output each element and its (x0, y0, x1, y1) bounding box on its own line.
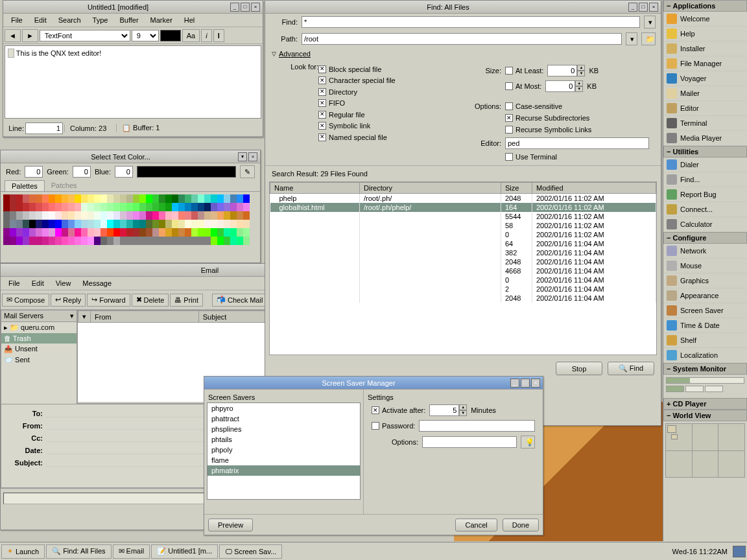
color-swatch[interactable] (139, 220, 146, 228)
color-swatch[interactable] (81, 203, 88, 211)
task-2[interactable]: 📝 Untitled1 [m... (151, 544, 218, 559)
color-swatch[interactable] (178, 220, 185, 228)
color-swatch[interactable] (185, 237, 191, 245)
color-swatch[interactable] (172, 203, 178, 211)
cancel-button[interactable]: Cancel (455, 519, 497, 531)
color-swatch[interactable] (224, 237, 230, 245)
color-swatch[interactable] (94, 211, 101, 220)
configure-header[interactable]: −Configure (663, 232, 747, 244)
next-button[interactable]: ► (22, 29, 38, 42)
color-swatch[interactable] (237, 203, 243, 211)
delete-button[interactable]: ✖ Delete (132, 294, 169, 307)
color-swatch[interactable] (62, 211, 68, 220)
color-swatch[interactable] (172, 211, 178, 220)
color-swatch[interactable] (10, 237, 16, 245)
atleast-check[interactable]: At Least: (505, 67, 543, 75)
lookfor-check[interactable]: Character special file (318, 75, 396, 86)
min-button[interactable]: _ (510, 379, 519, 388)
close-button[interactable]: × (649, 3, 658, 12)
password-check[interactable]: Password: (372, 422, 415, 430)
shelf-installer[interactable]: Installer (663, 41, 747, 56)
color-swatch[interactable] (191, 211, 198, 220)
use-terminal-check[interactable]: Use Terminal (505, 153, 557, 161)
color-swatch[interactable] (16, 211, 23, 220)
color-swatch[interactable] (113, 237, 120, 245)
color-swatch[interactable] (16, 203, 23, 211)
menu-edit[interactable]: Edit (27, 278, 49, 288)
color-swatch[interactable] (75, 203, 81, 211)
color-swatch[interactable] (237, 194, 243, 203)
hint-button[interactable]: 💡 (521, 436, 535, 449)
color-swatch[interactable] (94, 237, 101, 245)
color-swatch[interactable] (211, 203, 217, 211)
result-row[interactable]: 642002/01/16 11:04 AM (270, 239, 656, 248)
color-swatch[interactable] (204, 237, 211, 245)
color-swatch[interactable] (75, 237, 81, 245)
browse-button[interactable]: 📁 (641, 32, 656, 45)
color-swatch[interactable] (36, 228, 42, 237)
color-swatch[interactable] (10, 203, 16, 211)
print-button[interactable]: 🖶 Print (170, 294, 203, 307)
color-swatch[interactable] (81, 220, 88, 228)
color-swatch[interactable] (120, 211, 126, 220)
color-swatch[interactable] (36, 237, 42, 245)
case-sensitive-check[interactable]: Case-sensitive (505, 102, 562, 110)
shelf-terminal[interactable]: Terminal (663, 116, 747, 131)
color-swatch[interactable] (217, 237, 224, 245)
compose-button[interactable]: ✉ Compose (2, 294, 49, 307)
color-swatch[interactable] (211, 194, 217, 203)
color-swatch[interactable] (160, 30, 181, 41)
color-swatch[interactable] (3, 194, 10, 203)
color-swatch[interactable] (94, 228, 101, 237)
find-history-button[interactable]: ▾ (644, 16, 656, 29)
folder-unsent[interactable]: 📤 Unsent (1, 344, 77, 355)
col-directory[interactable]: Directory (360, 183, 501, 194)
color-swatch[interactable] (36, 211, 42, 220)
path-input[interactable] (302, 33, 622, 45)
color-swatch[interactable] (10, 194, 16, 203)
preview-button[interactable]: Preview (208, 519, 253, 531)
menu-marker[interactable]: Marker (145, 15, 178, 25)
close-button[interactable]: × (251, 3, 260, 12)
checkmail-button[interactable]: 📬 Check Mail (212, 294, 267, 307)
color-swatch[interactable] (152, 194, 159, 203)
color-swatch[interactable] (126, 203, 133, 211)
color-swatch[interactable] (94, 203, 101, 211)
color-swatch[interactable] (107, 194, 113, 203)
result-row[interactable]: 20482002/01/16 11:04 AM (270, 257, 656, 266)
result-row[interactable]: 02002/01/16 11:02 AM (270, 230, 656, 239)
tab-palettes[interactable]: Palettes (5, 180, 45, 191)
color-swatch[interactable] (88, 194, 94, 203)
color-swatch[interactable] (165, 194, 172, 203)
color-swatch[interactable] (107, 203, 113, 211)
color-swatch[interactable] (68, 237, 75, 245)
color-swatch[interactable] (165, 228, 172, 237)
color-swatch[interactable] (81, 228, 88, 237)
color-swatch[interactable] (146, 203, 152, 211)
color-swatch[interactable] (191, 194, 198, 203)
color-swatch[interactable] (101, 203, 107, 211)
color-swatch[interactable] (224, 203, 230, 211)
color-swatch[interactable] (146, 220, 152, 228)
color-swatch[interactable] (172, 228, 178, 237)
result-row[interactable]: 3822002/01/16 11:04 AM (270, 248, 656, 257)
stop-button[interactable]: Stop (556, 362, 602, 375)
color-swatch[interactable] (217, 194, 224, 203)
shelf-voyager[interactable]: Voyager (663, 71, 747, 86)
color-swatch[interactable] (101, 228, 107, 237)
color-swatch[interactable] (243, 237, 250, 245)
color-swatch[interactable] (55, 194, 62, 203)
color-swatch[interactable] (113, 194, 120, 203)
color-swatch[interactable] (204, 194, 211, 203)
lookfor-check[interactable]: Regular file (318, 108, 396, 120)
max-button[interactable]: □ (639, 3, 648, 12)
activate-check[interactable]: Activate after: (372, 406, 425, 414)
shelf-file-manager[interactable]: File Manager (663, 56, 747, 71)
reply-button[interactable]: ↩ Reply (51, 294, 86, 307)
color-swatch[interactable] (178, 211, 185, 220)
result-row[interactable]: 46682002/01/16 11:04 AM (270, 266, 656, 275)
color-swatch[interactable] (237, 211, 243, 220)
shelf-localization[interactable]: Localization (663, 348, 747, 363)
color-swatch[interactable] (94, 220, 101, 228)
recurse-symlink-check[interactable]: Recurse Symbolic Links (505, 126, 591, 134)
